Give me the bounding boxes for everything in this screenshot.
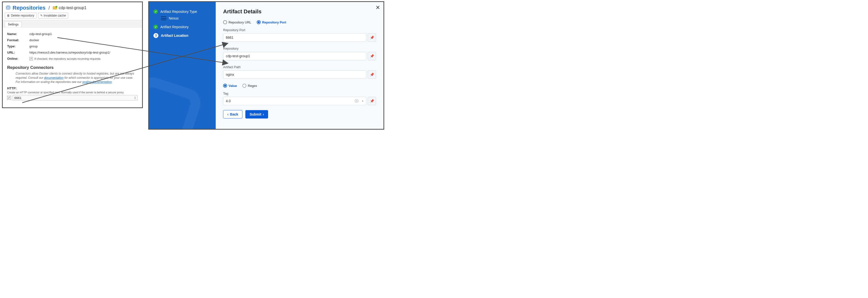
page-title: Repositories: [12, 5, 45, 11]
connectors-title: Repository Connectors: [7, 65, 137, 70]
radio-tag-value[interactable]: Value: [223, 84, 237, 88]
scaling-doc-link[interactable]: scaling documentation: [82, 80, 112, 84]
pin-icon: 📌: [370, 73, 374, 76]
artifact-main: ✕ Artifact Details Repository URL Reposi…: [216, 2, 383, 129]
radio-regex-label: Regex: [248, 84, 257, 88]
repo-port-value: 6661: [226, 36, 234, 39]
pin-icon: 📌: [370, 54, 374, 58]
http-port-input[interactable]: 6661 ▲▼: [12, 95, 137, 100]
repo-folder-icon: [53, 6, 57, 9]
tag-label: Tag: [223, 92, 376, 95]
documentation-link[interactable]: documentation: [44, 76, 63, 79]
step-number-icon: 3: [153, 33, 158, 38]
repository-value: cdp-test-group1: [226, 54, 250, 58]
pin-button[interactable]: 📌: [368, 70, 376, 79]
online-label: Online:: [7, 57, 29, 61]
type-value: group: [29, 44, 37, 48]
http-label: HTTP:: [7, 87, 137, 90]
name-value: cdp-test-group1: [29, 32, 52, 36]
radio-off-icon: [242, 84, 246, 88]
nexus-header: Repositories / cdp-test-group1: [3, 2, 142, 12]
delete-repository-button[interactable]: 🗑 Delete repository: [5, 12, 37, 19]
name-label: Name:: [7, 32, 29, 36]
wizard-step-location[interactable]: 3 Artifact Location: [153, 33, 211, 38]
radio-tag-regex[interactable]: Regex: [242, 84, 257, 88]
repo-port-input[interactable]: 6661: [223, 33, 366, 42]
radio-url-label: Repository URL: [228, 21, 251, 24]
pin-button[interactable]: 📌: [368, 97, 376, 105]
pin-icon: 📌: [370, 36, 374, 39]
radio-repo-url[interactable]: Repository URL: [223, 20, 251, 24]
database-icon: [6, 5, 11, 10]
nexus-icon: [161, 16, 166, 20]
tag-select[interactable]: 4.0 ⓧ ▾: [223, 97, 366, 105]
online-checkbox[interactable]: ✓: [29, 57, 33, 61]
pin-button[interactable]: 📌: [368, 33, 376, 42]
wizard-step3-label: Artifact Location: [161, 34, 188, 37]
repository-label: Repository: [223, 47, 376, 51]
wizard-step-repo-type[interactable]: ✓ Artifact Repository Type: [153, 9, 211, 14]
wizard-sidebar: ✓ Artifact Repository Type Nexus ✓ Artif…: [149, 2, 216, 129]
clear-icon[interactable]: ⓧ: [355, 99, 359, 103]
wizard-step-repo[interactable]: ✓ Artifact Repository: [153, 25, 211, 29]
number-stepper-icon[interactable]: ▲▼: [134, 96, 136, 99]
url-value: https://nexus3.dev.harness.io/repository…: [29, 51, 110, 54]
artifact-path-input[interactable]: nginx: [223, 70, 366, 79]
delete-label: Delete repository: [11, 14, 34, 17]
chevron-down-icon[interactable]: ▾: [362, 99, 364, 103]
connectors-description: Connectors allow Docker clients to conne…: [7, 72, 137, 84]
trash-icon: 🗑: [7, 14, 10, 17]
eraser-icon: ✎: [40, 14, 43, 17]
breadcrumb-repo-name: cdp-test-group1: [59, 6, 87, 10]
wizard-step1-sub-label: Nexus: [169, 16, 179, 20]
wizard-step-repo-type-sub: Nexus: [153, 16, 211, 20]
type-label: Type:: [7, 44, 29, 48]
wizard-step2-label: Artifact Repository: [160, 25, 188, 29]
format-value: docker: [29, 38, 39, 42]
back-button[interactable]: ‹ Back: [223, 110, 242, 119]
back-label: Back: [230, 112, 238, 116]
chevron-left-icon: ‹: [227, 112, 228, 116]
tag-type-radio-group: Value Regex: [223, 84, 376, 88]
connectors-desc-post: .: [112, 80, 113, 84]
close-icon[interactable]: ✕: [376, 4, 380, 11]
nexus-panel: Repositories / cdp-test-group1 🗑 Delete …: [2, 1, 143, 108]
format-label: Format:: [7, 38, 29, 42]
http-hint: Create an HTTP connector at specified po…: [7, 91, 137, 94]
radio-on-icon: [223, 84, 227, 88]
sidebar-decoration: [149, 74, 204, 129]
invalidate-label: Invalidate cache: [44, 14, 66, 17]
http-port-value: 6661: [14, 96, 22, 100]
repository-input[interactable]: cdp-test-group1: [223, 52, 366, 60]
artifact-path-value: nginx: [226, 73, 234, 76]
submit-button[interactable]: Submit ›: [245, 110, 268, 119]
breadcrumb-separator: /: [49, 5, 50, 11]
chevron-right-icon: ›: [263, 112, 264, 116]
url-label: URL:: [7, 51, 29, 54]
radio-on-icon: [257, 20, 261, 24]
online-hint: If checked, the repository accepts incom…: [34, 57, 100, 60]
radio-value-label: Value: [228, 84, 237, 88]
submit-label: Submit: [250, 112, 261, 116]
nexus-settings-body: Name: cdp-test-group1 Format: docker Typ…: [3, 27, 142, 104]
radio-port-label: Repository Port: [262, 21, 286, 24]
artifact-panel: ✓ Artifact Repository Type Nexus ✓ Artif…: [148, 1, 384, 130]
check-icon: ✓: [153, 25, 158, 29]
nexus-toolbar: 🗑 Delete repository ✎ Invalidate cache: [3, 12, 142, 20]
http-checkbox[interactable]: ✓: [7, 96, 11, 100]
tag-value: 4.0: [226, 99, 230, 103]
radio-off-icon: [223, 20, 227, 24]
repo-format-radio-group: Repository URL Repository Port: [223, 20, 376, 24]
wizard-step1-label: Artifact Repository Type: [160, 10, 197, 13]
nexus-tabs: Settings: [3, 20, 142, 27]
artifact-path-label: Artifact Path: [223, 65, 376, 69]
radio-repo-port[interactable]: Repository Port: [257, 20, 286, 24]
pin-button[interactable]: 📌: [368, 52, 376, 60]
check-icon: ✓: [153, 9, 158, 14]
invalidate-cache-button[interactable]: ✎ Invalidate cache: [38, 12, 68, 19]
artifact-title: Artifact Details: [223, 8, 376, 15]
pin-icon: 📌: [370, 99, 374, 103]
tab-settings[interactable]: Settings: [5, 22, 22, 27]
repo-port-label: Repository Port: [223, 28, 376, 32]
